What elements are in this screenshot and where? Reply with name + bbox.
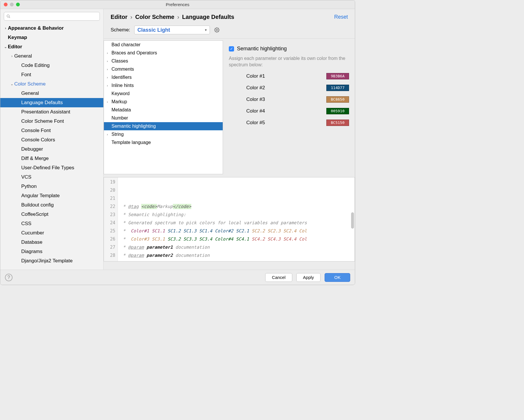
tree-item[interactable]: Presentation Assistant <box>0 107 103 117</box>
tree-item[interactable]: Console Font <box>0 126 103 135</box>
category-item[interactable]: Semantic highlighting <box>104 122 223 130</box>
preferences-window: Preferences ›Appearance & BehaviorKeymap… <box>0 0 355 285</box>
scrollbar-thumb[interactable] <box>351 212 354 229</box>
category-item-label: Identifiers <box>111 75 132 80</box>
tree-item[interactable]: VCS <box>0 172 103 182</box>
tree-item-label: Code Editing <box>21 63 49 68</box>
category-item-label: Comments <box>111 67 134 72</box>
category-item[interactable]: Template language <box>104 138 223 147</box>
hint-text: Assign each parameter or variable its ow… <box>229 55 349 68</box>
category-item[interactable]: ›Braces and Operators <box>104 49 223 57</box>
tree-item[interactable]: Angular Template <box>0 191 103 200</box>
category-list[interactable]: Bad character›Braces and Operators›Class… <box>104 40 223 174</box>
breadcrumb: Editor › Color Scheme › Language Default… <box>104 9 355 20</box>
tree-item[interactable]: Django/Jinja2 Template <box>0 256 103 266</box>
breadcrumb-part[interactable]: Language Defaults <box>182 14 234 20</box>
chevron-down-icon: ▾ <box>205 28 207 32</box>
color-label: Color #5 <box>246 120 278 126</box>
category-item-label: Keyword <box>111 91 130 96</box>
cancel-button[interactable]: Cancel <box>265 273 292 282</box>
tree-item[interactable]: Debugger <box>0 145 103 154</box>
tree-item[interactable]: Code Editing <box>0 61 103 70</box>
code-gutter: 19202122232425262728 <box>104 177 118 261</box>
code-preview[interactable]: 19202122232425262728 * @tag <code>Markup… <box>104 177 355 261</box>
tree-item-label: Python <box>21 184 37 189</box>
tree-item[interactable]: ⌄Editor <box>0 42 103 51</box>
tree-item[interactable]: Font <box>0 70 103 79</box>
color-row: Color #2114D77 <box>246 85 349 91</box>
tree-item[interactable]: Python <box>0 182 103 191</box>
code-body: * @tag <code>Markup</code> * Semantic hi… <box>118 177 355 261</box>
tree-item-label: General <box>14 53 32 59</box>
category-item-label: Number <box>111 115 128 121</box>
color-swatch[interactable]: BC5150 <box>326 120 349 126</box>
tree-item[interactable]: CoffeeScript <box>0 210 103 219</box>
help-icon[interactable]: ? <box>5 274 13 281</box>
tree-item[interactable]: User-Defined File Types <box>0 163 103 172</box>
tree-item-label: Console Font <box>21 128 51 134</box>
tree-item[interactable]: ›General <box>0 51 103 61</box>
chevron-icon: › <box>107 59 111 63</box>
color-label: Color #3 <box>246 97 278 102</box>
tree-item[interactable]: CSS <box>0 219 103 228</box>
color-swatch[interactable]: 005910 <box>326 108 349 114</box>
category-item[interactable]: Bad character <box>104 41 223 49</box>
tree-item[interactable]: Keymap <box>0 33 103 42</box>
color-swatch[interactable]: 9B3B6A <box>326 73 349 79</box>
semantic-highlighting-checkbox-row[interactable]: ✓ Semantic highlighting <box>229 46 349 52</box>
breadcrumb-part[interactable]: Editor <box>111 14 128 20</box>
color-label: Color #1 <box>246 73 278 79</box>
chevron-icon: › <box>107 51 111 55</box>
color-swatch[interactable]: BC8650 <box>326 96 349 103</box>
tree-item-label: Appearance & Behavior <box>8 25 64 31</box>
category-item[interactable]: Metadata <box>104 106 223 114</box>
tree-item[interactable]: Database <box>0 238 103 247</box>
gear-icon[interactable] <box>214 27 220 33</box>
color-row: Color #3BC8650 <box>246 96 349 103</box>
tree-item[interactable]: Diff & Merge <box>0 154 103 163</box>
sidebar: ›Appearance & BehaviorKeymap⌄Editor›Gene… <box>0 9 104 270</box>
search-input[interactable] <box>4 12 100 21</box>
category-item[interactable]: Keyword <box>104 90 223 98</box>
category-item[interactable]: ›Comments <box>104 65 223 73</box>
tree-item-label: Editor <box>8 44 22 50</box>
tree-item-label: General <box>21 90 39 96</box>
tree-item-label: CSS <box>21 221 31 227</box>
scheme-select[interactable]: Classic Light ▾ <box>134 26 210 34</box>
category-item[interactable]: ›Markup <box>104 98 223 106</box>
tree-item-label: Angular Template <box>21 193 60 199</box>
tree-item[interactable]: ⌄Color Scheme <box>0 79 103 89</box>
tree-item-label: Color Scheme Font <box>21 118 64 124</box>
chevron-icon: ⌄ <box>3 45 8 49</box>
tree-item-label: User-Defined File Types <box>21 165 74 171</box>
tree-item[interactable]: Cucumber <box>0 228 103 238</box>
category-item[interactable]: ›String <box>104 130 223 138</box>
tree-item[interactable]: Diagrams <box>0 247 103 256</box>
tree-item-label: Console Colors <box>21 137 55 143</box>
breadcrumb-part[interactable]: Color Scheme <box>135 14 174 20</box>
tree-item[interactable]: General <box>0 89 103 98</box>
apply-button[interactable]: Apply <box>296 273 321 282</box>
tree-item[interactable]: Buildout config <box>0 200 103 210</box>
tree-item[interactable]: Color Scheme Font <box>0 117 103 126</box>
settings-tree[interactable]: ›Appearance & BehaviorKeymap⌄Editor›Gene… <box>0 24 103 270</box>
tree-item[interactable]: Console Colors <box>0 135 103 145</box>
category-item-label: Bad character <box>111 42 141 47</box>
color-row: Color #5BC5150 <box>246 120 349 126</box>
category-item[interactable]: Number <box>104 114 223 122</box>
category-item-label: Semantic highlighting <box>111 124 156 129</box>
ok-button[interactable]: OK <box>325 273 350 282</box>
tree-item[interactable]: Language Defaults <box>0 98 103 107</box>
category-item[interactable]: ›Inline hints <box>104 81 223 90</box>
chevron-icon: › <box>3 26 8 30</box>
reset-link[interactable]: Reset <box>334 14 348 20</box>
category-item[interactable]: ›Identifiers <box>104 73 223 81</box>
tree-item-label: Font <box>21 72 31 78</box>
category-item[interactable]: ›Classes <box>104 57 223 65</box>
chevron-icon: › <box>107 67 111 71</box>
tree-item[interactable]: ›Appearance & Behavior <box>0 24 103 33</box>
color-row: Color #4005910 <box>246 108 349 114</box>
checkbox-checked-icon[interactable]: ✓ <box>229 46 234 51</box>
color-swatch[interactable]: 114D77 <box>326 85 349 91</box>
tree-item-label: Color Scheme <box>14 81 46 87</box>
